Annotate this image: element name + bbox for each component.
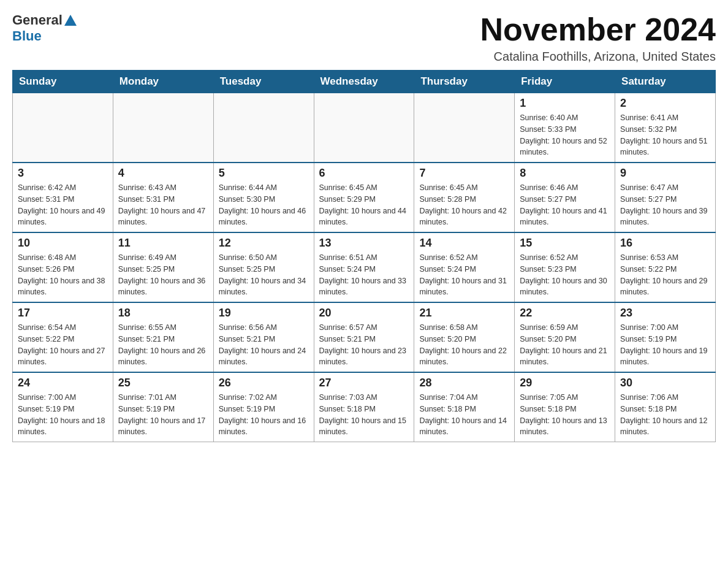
day-number: 17 bbox=[18, 307, 108, 320]
day-info: Sunrise: 6:40 AMSunset: 5:33 PMDaylight:… bbox=[520, 112, 610, 158]
calendar-week-1: 1Sunrise: 6:40 AMSunset: 5:33 PMDaylight… bbox=[13, 93, 716, 163]
day-info: Sunrise: 6:51 AMSunset: 5:24 PMDaylight:… bbox=[319, 252, 409, 298]
calendar-cell: 29Sunrise: 7:05 AMSunset: 5:18 PMDayligh… bbox=[515, 372, 615, 442]
day-info: Sunrise: 6:41 AMSunset: 5:32 PMDaylight:… bbox=[620, 112, 710, 158]
logo-general-text: General bbox=[12, 12, 63, 28]
calendar-cell: 6Sunrise: 6:45 AMSunset: 5:29 PMDaylight… bbox=[314, 163, 414, 232]
day-number: 13 bbox=[319, 237, 409, 250]
day-info: Sunrise: 6:55 AMSunset: 5:21 PMDaylight:… bbox=[118, 322, 208, 368]
day-number: 26 bbox=[219, 377, 309, 389]
calendar-cell: 27Sunrise: 7:03 AMSunset: 5:18 PMDayligh… bbox=[314, 372, 414, 442]
day-number: 2 bbox=[620, 97, 710, 110]
day-info: Sunrise: 6:56 AMSunset: 5:21 PMDaylight:… bbox=[219, 322, 309, 368]
calendar-cell: 2Sunrise: 6:41 AMSunset: 5:32 PMDaylight… bbox=[615, 93, 716, 163]
logo-blue-text: Blue bbox=[12, 28, 42, 44]
day-number: 9 bbox=[620, 167, 710, 180]
day-info: Sunrise: 6:52 AMSunset: 5:24 PMDaylight:… bbox=[419, 252, 509, 298]
day-info: Sunrise: 7:00 AMSunset: 5:19 PMDaylight:… bbox=[620, 322, 710, 368]
calendar-cell: 16Sunrise: 6:53 AMSunset: 5:22 PMDayligh… bbox=[615, 232, 716, 302]
calendar-cell bbox=[13, 93, 113, 163]
day-info: Sunrise: 7:05 AMSunset: 5:18 PMDaylight:… bbox=[520, 392, 610, 438]
calendar-cell: 24Sunrise: 7:00 AMSunset: 5:19 PMDayligh… bbox=[13, 372, 113, 442]
day-number: 16 bbox=[620, 237, 710, 250]
calendar-cell: 1Sunrise: 6:40 AMSunset: 5:33 PMDaylight… bbox=[515, 93, 615, 163]
day-number: 5 bbox=[219, 167, 309, 180]
day-number: 20 bbox=[319, 307, 409, 320]
day-info: Sunrise: 6:44 AMSunset: 5:30 PMDaylight:… bbox=[219, 182, 309, 228]
calendar-week-2: 3Sunrise: 6:42 AMSunset: 5:31 PMDaylight… bbox=[13, 163, 716, 232]
calendar-cell: 7Sunrise: 6:45 AMSunset: 5:28 PMDaylight… bbox=[414, 163, 515, 232]
calendar-cell: 28Sunrise: 7:04 AMSunset: 5:18 PMDayligh… bbox=[414, 372, 515, 442]
calendar-cell: 11Sunrise: 6:49 AMSunset: 5:25 PMDayligh… bbox=[113, 232, 213, 302]
month-title: November 2024 bbox=[480, 12, 716, 47]
calendar-cell: 25Sunrise: 7:01 AMSunset: 5:19 PMDayligh… bbox=[113, 372, 213, 442]
day-info: Sunrise: 6:57 AMSunset: 5:21 PMDaylight:… bbox=[319, 322, 409, 368]
calendar-cell bbox=[113, 93, 213, 163]
day-info: Sunrise: 7:03 AMSunset: 5:18 PMDaylight:… bbox=[319, 392, 409, 438]
calendar-cell bbox=[314, 93, 414, 163]
day-number: 4 bbox=[118, 167, 208, 180]
day-info: Sunrise: 7:00 AMSunset: 5:19 PMDaylight:… bbox=[18, 392, 108, 438]
day-number: 29 bbox=[520, 377, 610, 389]
day-header-thursday: Thursday bbox=[414, 71, 515, 93]
day-info: Sunrise: 7:06 AMSunset: 5:18 PMDaylight:… bbox=[620, 392, 710, 438]
day-info: Sunrise: 7:04 AMSunset: 5:18 PMDaylight:… bbox=[419, 392, 509, 438]
calendar-cell bbox=[414, 93, 515, 163]
title-block: November 2024 Catalina Foothills, Arizon… bbox=[480, 12, 716, 64]
day-number: 21 bbox=[419, 307, 509, 320]
calendar-week-4: 17Sunrise: 6:54 AMSunset: 5:22 PMDayligh… bbox=[13, 302, 716, 372]
day-number: 10 bbox=[18, 237, 108, 250]
day-header-sunday: Sunday bbox=[13, 71, 113, 93]
day-info: Sunrise: 6:46 AMSunset: 5:27 PMDaylight:… bbox=[520, 182, 610, 228]
day-info: Sunrise: 6:54 AMSunset: 5:22 PMDaylight:… bbox=[18, 322, 108, 368]
calendar-cell: 17Sunrise: 6:54 AMSunset: 5:22 PMDayligh… bbox=[13, 302, 113, 372]
day-number: 12 bbox=[219, 237, 309, 250]
day-info: Sunrise: 6:50 AMSunset: 5:25 PMDaylight:… bbox=[219, 252, 309, 298]
calendar-cell: 10Sunrise: 6:48 AMSunset: 5:26 PMDayligh… bbox=[13, 232, 113, 302]
day-number: 22 bbox=[520, 307, 610, 320]
calendar-cell: 23Sunrise: 7:00 AMSunset: 5:19 PMDayligh… bbox=[615, 302, 716, 372]
day-number: 27 bbox=[319, 377, 409, 389]
calendar-cell: 8Sunrise: 6:46 AMSunset: 5:27 PMDaylight… bbox=[515, 163, 615, 232]
day-number: 19 bbox=[219, 307, 309, 320]
day-info: Sunrise: 7:02 AMSunset: 5:19 PMDaylight:… bbox=[219, 392, 309, 438]
calendar-table: SundayMondayTuesdayWednesdayThursdayFrid… bbox=[12, 70, 716, 442]
location-subtitle: Catalina Foothills, Arizona, United Stat… bbox=[480, 50, 716, 64]
calendar-cell: 15Sunrise: 6:52 AMSunset: 5:23 PMDayligh… bbox=[515, 232, 615, 302]
calendar-cell: 3Sunrise: 6:42 AMSunset: 5:31 PMDaylight… bbox=[13, 163, 113, 232]
day-info: Sunrise: 7:01 AMSunset: 5:19 PMDaylight:… bbox=[118, 392, 208, 438]
calendar-cell: 5Sunrise: 6:44 AMSunset: 5:30 PMDaylight… bbox=[213, 163, 314, 232]
day-info: Sunrise: 6:47 AMSunset: 5:27 PMDaylight:… bbox=[620, 182, 710, 228]
day-info: Sunrise: 6:45 AMSunset: 5:28 PMDaylight:… bbox=[419, 182, 509, 228]
day-number: 7 bbox=[419, 167, 509, 180]
day-info: Sunrise: 6:52 AMSunset: 5:23 PMDaylight:… bbox=[520, 252, 610, 298]
day-number: 3 bbox=[18, 167, 108, 180]
day-info: Sunrise: 6:59 AMSunset: 5:20 PMDaylight:… bbox=[520, 322, 610, 368]
day-number: 14 bbox=[419, 237, 509, 250]
calendar-week-5: 24Sunrise: 7:00 AMSunset: 5:19 PMDayligh… bbox=[13, 372, 716, 442]
day-info: Sunrise: 6:58 AMSunset: 5:20 PMDaylight:… bbox=[419, 322, 509, 368]
calendar-cell: 13Sunrise: 6:51 AMSunset: 5:24 PMDayligh… bbox=[314, 232, 414, 302]
page-header: General Blue November 2024 Catalina Foot… bbox=[12, 12, 716, 64]
day-header-monday: Monday bbox=[113, 71, 213, 93]
day-number: 18 bbox=[118, 307, 208, 320]
day-number: 8 bbox=[520, 167, 610, 180]
day-header-friday: Friday bbox=[515, 71, 615, 93]
calendar-header-row: SundayMondayTuesdayWednesdayThursdayFrid… bbox=[13, 71, 716, 93]
day-number: 15 bbox=[520, 237, 610, 250]
calendar-cell: 22Sunrise: 6:59 AMSunset: 5:20 PMDayligh… bbox=[515, 302, 615, 372]
day-number: 11 bbox=[118, 237, 208, 250]
logo-triangle-icon bbox=[64, 15, 77, 26]
calendar-cell: 26Sunrise: 7:02 AMSunset: 5:19 PMDayligh… bbox=[213, 372, 314, 442]
day-info: Sunrise: 6:49 AMSunset: 5:25 PMDaylight:… bbox=[118, 252, 208, 298]
calendar-cell: 30Sunrise: 7:06 AMSunset: 5:18 PMDayligh… bbox=[615, 372, 716, 442]
day-number: 24 bbox=[18, 377, 108, 389]
day-number: 6 bbox=[319, 167, 409, 180]
day-number: 23 bbox=[620, 307, 710, 320]
calendar-cell: 20Sunrise: 6:57 AMSunset: 5:21 PMDayligh… bbox=[314, 302, 414, 372]
calendar-cell: 4Sunrise: 6:43 AMSunset: 5:31 PMDaylight… bbox=[113, 163, 213, 232]
calendar-cell: 12Sunrise: 6:50 AMSunset: 5:25 PMDayligh… bbox=[213, 232, 314, 302]
logo: General Blue bbox=[12, 12, 78, 44]
day-number: 28 bbox=[419, 377, 509, 389]
calendar-cell: 14Sunrise: 6:52 AMSunset: 5:24 PMDayligh… bbox=[414, 232, 515, 302]
